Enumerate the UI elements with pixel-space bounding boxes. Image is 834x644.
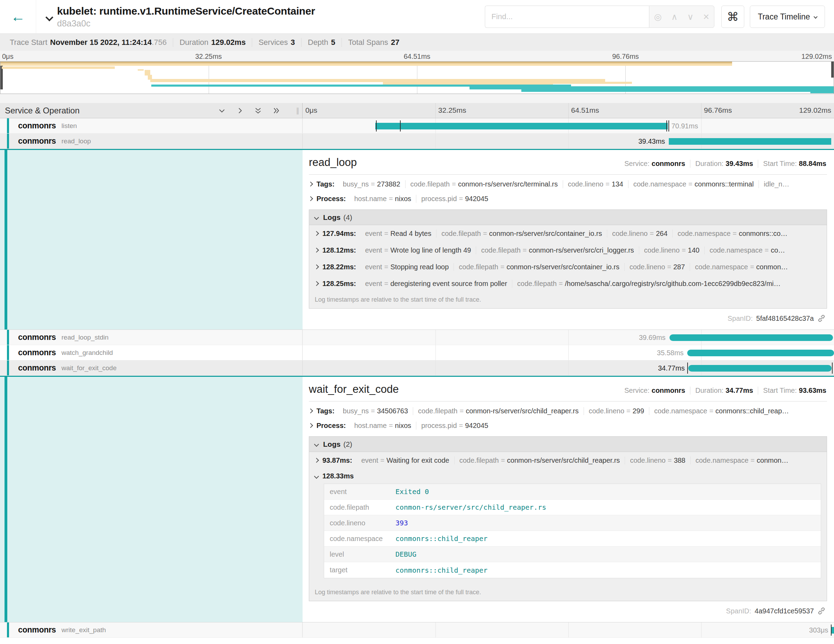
span-row-timeline-cell[interactable]: 34.77ms: [302, 361, 834, 375]
expanded-log-entry-header[interactable]: 128.33ms: [309, 469, 827, 483]
log-kv: code.namespace=conmonrs::co…: [672, 230, 792, 238]
log-entry[interactable]: 93.87ms: event=Waiting for exit codecode…: [309, 452, 827, 469]
trace-id: d8a3a0c: [57, 18, 315, 29]
span-duration-bar[interactable]: [832, 627, 834, 634]
detail-content: wait_for_exit_code Service:conmonrs Dura…: [302, 377, 834, 622]
keyboard-shortcuts-button[interactable]: ⌘: [721, 6, 744, 28]
service-color-stripe: [7, 361, 9, 375]
log-entry[interactable]: 127.94ms: event=Read 4 bytescode.filepat…: [309, 225, 827, 242]
collapse-all-icon[interactable]: [218, 107, 226, 115]
log-entry[interactable]: 128.25ms: event=deregistering event sour…: [309, 275, 827, 292]
service-color-stripe: [7, 623, 9, 638]
find-tools: ◎ ∧ ∨ ×: [649, 6, 714, 28]
ruler-tick: 64.51ms: [404, 53, 431, 60]
log-kv: event=deregistering event source from po…: [360, 280, 512, 288]
process-row[interactable]: Process: host.name=nixosprocess.pid=9420…: [309, 418, 827, 433]
logs-header[interactable]: Logs(2): [309, 437, 827, 452]
detail-left-gutter: [0, 150, 302, 330]
find-next-icon[interactable]: ∨: [687, 13, 693, 21]
logs-header[interactable]: Logs(4): [309, 210, 827, 225]
span-row[interactable]: conmonrs wait_for_exit_code 34.77ms: [0, 361, 834, 376]
log-timestamp: 128.22ms:: [322, 263, 356, 271]
gridline: [208, 61, 209, 94]
log-entry[interactable]: 128.12ms: event=Wrote log line of length…: [309, 242, 827, 259]
span-row-name-cell[interactable]: conmonrs watch_grandchild: [0, 345, 302, 360]
minimap-canvas[interactable]: [0, 61, 834, 94]
tags-row[interactable]: Tags: busy_ns=34506763code.filepath=conm…: [309, 404, 827, 418]
span-row-name-cell[interactable]: conmonrs write_exit_path: [0, 623, 302, 638]
span-row-timeline-cell[interactable]: 35.58ms: [302, 345, 834, 360]
log-marker-tick: [376, 120, 377, 131]
gridline: [568, 134, 569, 149]
span-row-name-cell[interactable]: conmonrs listen: [0, 118, 302, 133]
minimap-drag-handle-right[interactable]: [831, 61, 834, 78]
service-name: conmonrs: [18, 625, 56, 634]
chevron-right-icon: [309, 181, 313, 186]
span-row-timeline-cell[interactable]: 39.69ms: [302, 330, 834, 345]
span-id-row: SpanID: 5faf48165428c37a: [309, 309, 827, 327]
expand-all-icon[interactable]: [254, 107, 262, 115]
match-case-icon[interactable]: ◎: [654, 13, 662, 21]
span-row[interactable]: conmonrs watch_grandchild 35.58ms: [0, 345, 834, 361]
deep-link-icon[interactable]: [817, 314, 826, 322]
span-row-name-cell[interactable]: conmonrs wait_for_exit_code: [0, 361, 302, 375]
ruler-tick: 32.25ms: [438, 106, 466, 115]
ruler-tick: 129.02ms: [799, 106, 831, 115]
minimap-span-segment: [2, 66, 115, 69]
field-value: conmon-rs/server/src/child_reaper.rs: [396, 503, 546, 511]
expand-one-icon[interactable]: [236, 107, 244, 115]
span-duration-bar[interactable]: [375, 123, 668, 129]
tags-row[interactable]: Tags: busy_ns=273882code.filepath=conmon…: [309, 177, 827, 191]
detail-header: read_loop Service:conmonrs Duration:39.4…: [309, 156, 827, 169]
field-key: level: [324, 550, 396, 558]
find-prev-icon[interactable]: ∧: [671, 13, 677, 21]
find-input[interactable]: [485, 6, 649, 28]
operation-name: write_exit_path: [61, 626, 106, 634]
span-row-timeline-cell[interactable]: 39.43ms: [302, 134, 834, 149]
service-operation-header: Service & Operation ∥: [0, 103, 302, 118]
span-duration-label: 70.91ms: [671, 118, 698, 133]
log-entry[interactable]: 128.22ms: event=Stopping read loopcode.f…: [309, 259, 827, 275]
trace-view-select[interactable]: Trace Timeline: [750, 6, 825, 28]
trace-services: Services3: [252, 38, 302, 47]
span-row[interactable]: conmonrs read_loop 39.43ms: [0, 134, 834, 149]
span-duration-label: 39.43ms: [638, 134, 665, 149]
span-row-name-cell[interactable]: conmonrs read_loop: [0, 134, 302, 149]
process-row[interactable]: Process: host.name=nixosprocess.pid=9420…: [309, 191, 827, 206]
span-detail-read-loop: read_loop Service:conmonrs Duration:39.4…: [0, 149, 834, 330]
chevron-right-icon: [309, 423, 313, 428]
page-title: kubelet: runtime.v1.RuntimeService/Creat…: [57, 5, 315, 18]
gridline: [568, 330, 569, 345]
span-duration-bar[interactable]: [669, 334, 833, 341]
find-bar: ◎ ∧ ∨ ×: [485, 6, 714, 28]
span-row-name-cell[interactable]: conmonrs read_loop_stdin: [0, 330, 302, 345]
log-kv: code.lineno=287: [625, 263, 690, 271]
span-duration-bar[interactable]: [688, 365, 832, 372]
column-resizer[interactable]: ∥: [296, 107, 300, 115]
trace-total-spans: Total Spans27: [342, 38, 406, 47]
span-row[interactable]: conmonrs listen 70.91ms: [0, 118, 834, 134]
tag-kv: code.filepath=conmon-rs/server/src/child…: [413, 407, 584, 415]
find-clear-icon[interactable]: ×: [703, 11, 710, 22]
collapse-one-icon[interactable]: [272, 107, 280, 115]
table-row: event Exited 0: [324, 484, 821, 500]
detail-header: wait_for_exit_code Service:conmonrs Dura…: [309, 383, 827, 396]
ruler-tick: 0μs: [305, 106, 317, 115]
command-icon: ⌘: [727, 10, 739, 24]
span-row[interactable]: conmonrs write_exit_path 303μs: [0, 623, 834, 638]
span-duration-label: 35.58ms: [657, 345, 684, 360]
log-entries: 93.87ms: event=Waiting for exit codecode…: [309, 452, 827, 469]
span-row-timeline-cell[interactable]: 70.91ms: [302, 118, 834, 133]
span-row[interactable]: conmonrs read_loop_stdin 39.69ms: [0, 330, 834, 345]
gridline: [435, 361, 436, 375]
span-duration-bar[interactable]: [669, 138, 832, 145]
span-duration-bar[interactable]: [687, 350, 834, 356]
span-row-timeline-cell[interactable]: 303μs: [302, 623, 834, 638]
tag-kv: code.namespace=conmonrs::child_reap…: [649, 407, 794, 415]
tag-kv: busy_ns=34506763: [338, 407, 413, 415]
collapse-trace-header-button[interactable]: [47, 15, 52, 21]
deep-link-icon[interactable]: [817, 607, 826, 615]
back-button[interactable]: ←: [0, 0, 36, 33]
service-color-stripe: [7, 118, 9, 133]
span-rows-group-3: conmonrs write_exit_path 303μs: [0, 623, 834, 638]
